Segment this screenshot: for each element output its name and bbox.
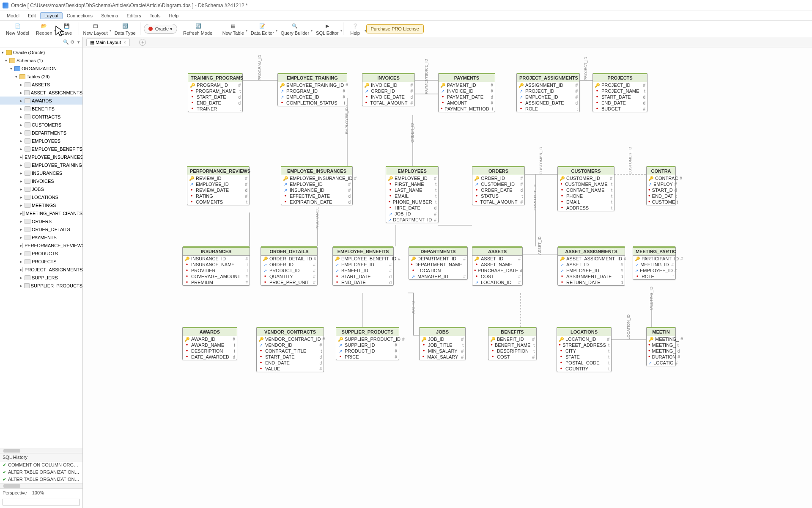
er-column[interactable]: 🔑PROGRAM_ID#: [188, 82, 242, 88]
er-column[interactable]: •DEPARTMENT_NAMEt: [409, 262, 467, 268]
er-table-header[interactable]: EMPLOYEES: [386, 166, 438, 175]
er-column[interactable]: •MAX_SALARY#: [420, 354, 465, 360]
er-table-employee_benefits[interactable]: EMPLOYEE_BENEFITS🔑EMPLOYEE_BENEFIT_ID#↗E…: [332, 246, 394, 286]
er-table-asset_assignments[interactable]: ASSET_ASSIGNMENTS🔑ASSET_ASSIGNMENT_ID#↗A…: [557, 246, 625, 286]
chevron-down-icon[interactable]: ▾: [75, 39, 82, 45]
schema-tree[interactable]: ▾Oracle (Oracle)▾Schemas (1)▾ORGANIZATIO…: [0, 47, 82, 448]
tab-main-layout[interactable]: ▦ Main Layout ×: [86, 39, 130, 46]
er-table-supplier_products[interactable]: SUPPLIER_PRODUCTS🔑SUPPLIER_PRODUCT_ID#↗S…: [336, 327, 399, 360]
new-layout-button[interactable]: 🗔New Layout▾: [80, 22, 111, 36]
er-column[interactable]: •EFFECTIVE_DATEd: [281, 193, 352, 199]
er-table-header[interactable]: LOCATIONS: [557, 327, 611, 336]
er-column[interactable]: •PREMIUM#: [183, 279, 250, 285]
er-column[interactable]: •DATE_AWARDEDd: [183, 354, 237, 360]
er-table-payments[interactable]: PAYMENTS🔑PAYMENT_ID#↗INVOICE_ID#•PAYMENT…: [438, 73, 495, 112]
tree-search-input[interactable]: [1, 38, 63, 47]
er-column[interactable]: 🔑JOB_ID#: [420, 336, 465, 342]
er-column[interactable]: •LOCATIONt: [409, 268, 467, 273]
er-column[interactable]: •STATEt: [557, 354, 611, 360]
tree-node[interactable]: ▸ORDER_DETAILS: [0, 225, 82, 233]
tree-node[interactable]: ▸MEETING_PARTICIPANTS: [0, 209, 82, 217]
er-column[interactable]: 🔑PARTICIPANT_ID#: [633, 256, 675, 262]
er-table-header[interactable]: INVOICES: [362, 73, 414, 82]
er-column[interactable]: ↗PROGRAM_ID#: [278, 88, 347, 94]
er-column[interactable]: ↗EMPLOYEE_ID#: [187, 181, 249, 187]
er-column[interactable]: •START_DATEd: [188, 94, 242, 100]
er-column[interactable]: 🔑PAYMENT_ID#: [439, 82, 495, 88]
er-column[interactable]: ↗EMPLOY#: [647, 181, 675, 187]
tree-node[interactable]: ▸EMPLOYEES: [0, 137, 82, 145]
er-table-header[interactable]: INSURANCES: [183, 246, 250, 256]
tree-node[interactable]: ▸CONTRACTS: [0, 113, 82, 121]
er-column[interactable]: •EXPIRATION_DATEd: [281, 199, 352, 205]
gear-icon[interactable]: ⚙: [69, 39, 75, 45]
er-column[interactable]: •JOB_TITLEt: [420, 342, 465, 348]
menu-model[interactable]: Model: [3, 12, 24, 19]
er-column[interactable]: •LAST_NAMEt: [386, 187, 438, 193]
er-column[interactable]: ↗INVOICE_ID#: [439, 88, 495, 94]
er-table-employee_training[interactable]: EMPLOYEE_TRAINING🔑EMPLOYEE_TRAINING_ID#↗…: [277, 73, 347, 106]
new-table-button[interactable]: ▦New Table▾: [219, 22, 247, 36]
er-table-header[interactable]: PERFORMANCE_REVIEWS: [187, 166, 249, 175]
menu-editors[interactable]: Editors: [122, 12, 145, 19]
er-column[interactable]: •CONTACT_NAMEt: [558, 187, 614, 193]
er-column[interactable]: •POSTAL_CODEt: [557, 360, 611, 366]
er-column[interactable]: •END_DATEd: [333, 279, 393, 285]
er-column[interactable]: •START_DATEd: [593, 94, 647, 100]
er-table-header[interactable]: CONTRA: [647, 166, 675, 175]
er-table-performance_reviews[interactable]: PERFORMANCE_REVIEWS🔑REVIEW_ID#↗EMPLOYEE_…: [187, 166, 250, 205]
er-column[interactable]: •BUDGET#: [593, 106, 647, 112]
er-column[interactable]: •PROGRAM_NAMEt: [188, 88, 242, 94]
er-column[interactable]: •COUNTRYt: [557, 366, 611, 372]
sql-history-row[interactable]: ✔ALTER TABLE ORGANIZATION.EMPL…: [0, 476, 82, 483]
er-column[interactable]: 🔑LOCATION_ID#: [557, 336, 611, 342]
er-table-projects[interactable]: PROJECTS🔑PROJECT_ID#•PROJECT_NAMEt•START…: [593, 73, 647, 112]
tree-node[interactable]: ▸EMPLOYEE_TRAINING: [0, 161, 82, 169]
er-column[interactable]: •END_DATEd: [593, 100, 647, 106]
er-column[interactable]: •REVIEW_DATEd: [187, 187, 249, 193]
er-column[interactable]: •AMOUNT#: [439, 100, 495, 106]
er-table-awards[interactable]: AWARDS🔑AWARD_ID#•AWARD_NAMEt•DESCRIPTION…: [182, 327, 237, 360]
search-icon[interactable]: 🔍: [63, 39, 69, 45]
er-column[interactable]: •PHONEt: [558, 193, 614, 199]
er-column[interactable]: ↗PROJECT_ID#: [517, 88, 579, 94]
er-column[interactable]: •PAYMENT_DATEd: [439, 94, 495, 100]
er-column[interactable]: •INSURANCE_NAMEt: [183, 262, 250, 268]
tree-hscrollbar[interactable]: [0, 448, 82, 453]
er-column[interactable]: •START_Dd: [647, 187, 675, 193]
tree-node[interactable]: ▸EMPLOYEE_BENEFITS: [0, 145, 82, 153]
er-column[interactable]: •DESCRIPTIONt: [488, 348, 536, 354]
er-column[interactable]: 🔑CUSTOMER_ID#: [558, 175, 614, 181]
er-column[interactable]: •AWARD_NAMEt: [183, 342, 237, 348]
new-model-button[interactable]: 📄New Model: [3, 22, 33, 36]
menu-edit[interactable]: Edit: [24, 12, 40, 19]
er-column[interactable]: •QUANTITY#: [261, 273, 317, 279]
tree-node[interactable]: ▾Schemas (1): [0, 56, 82, 64]
reopen-button[interactable]: 📂Reopen▾: [33, 22, 56, 36]
er-table-meeting_partic_clip[interactable]: MEETING_PARTIC🔑PARTICIPANT_ID#↗MEETING_I…: [633, 246, 676, 280]
er-table-header[interactable]: EMPLOYEE_TRAINING: [278, 73, 347, 82]
menu-connections[interactable]: Connections: [63, 12, 97, 19]
er-column[interactable]: ↗PRODUCT_ID#: [261, 268, 317, 273]
er-column[interactable]: ↗LOCATION_ID#: [472, 279, 522, 285]
er-column[interactable]: •END_DATEd: [257, 360, 324, 366]
er-table-header[interactable]: ASSET_ASSIGNMENTS: [558, 246, 625, 256]
er-column[interactable]: •END_DATEd: [188, 100, 242, 106]
tree-node[interactable]: ▸DEPARTMENTS: [0, 129, 82, 137]
tree-node[interactable]: ▸JOBS: [0, 185, 82, 193]
er-column[interactable]: ↗EMPLOYEE_ID#: [281, 181, 352, 187]
er-column[interactable]: •BENEFIT_NAMEt: [488, 342, 536, 348]
er-column[interactable]: •MEETING_t: [647, 342, 675, 348]
tree-node[interactable]: ▸CUSTOMERS: [0, 121, 82, 129]
sqlhist-hscrollbar[interactable]: [0, 483, 82, 488]
save-button[interactable]: 💾Save: [56, 22, 78, 36]
sql-history-row[interactable]: ✔ALTER TABLE ORGANIZATION.JOBS: [0, 469, 82, 476]
er-table-header[interactable]: PAYMENTS: [439, 73, 495, 82]
er-column[interactable]: •INVOICE_DATEd: [362, 94, 414, 100]
er-column[interactable]: •TRAINERt: [188, 106, 242, 112]
help-button[interactable]: ❔Help▾: [344, 22, 366, 36]
add-tab-button[interactable]: ＋: [139, 39, 146, 46]
er-column[interactable]: •CITYt: [557, 348, 611, 354]
tree-node[interactable]: ▸BENEFITS: [0, 105, 82, 113]
er-column[interactable]: ↗ASSET_ID#: [558, 262, 625, 268]
